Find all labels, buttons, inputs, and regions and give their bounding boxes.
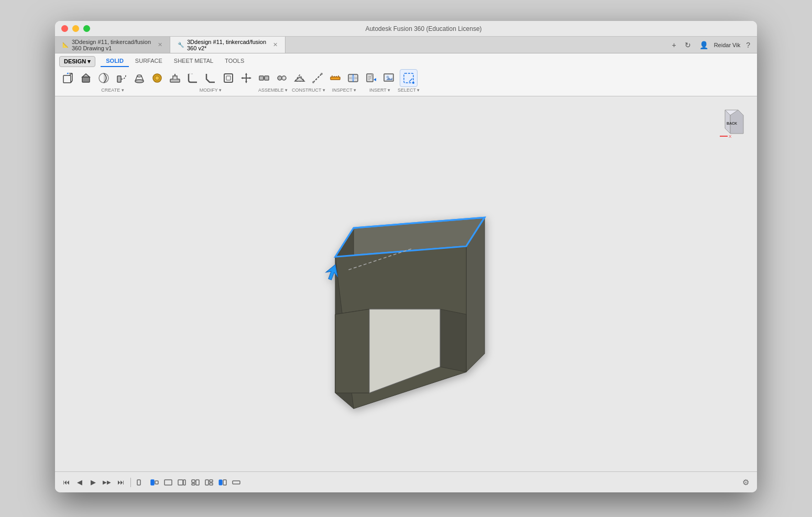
- anim-frame5[interactable]: [190, 477, 201, 488]
- svg-rect-83: [210, 480, 213, 482]
- svg-rect-37: [331, 77, 340, 80]
- tabbar-actions: + ↻ 👤 Reidar Vik ?: [669, 37, 757, 53]
- anim-frame4[interactable]: [176, 477, 188, 488]
- svg-marker-26: [249, 77, 251, 79]
- press-pull-wrapper: [166, 69, 184, 87]
- insert-derive-button[interactable]: [362, 69, 380, 87]
- refresh-button[interactable]: ↻: [682, 40, 694, 50]
- svg-point-36: [321, 73, 323, 75]
- tab-design[interactable]: 🔧 3Ddesign #11, tinkercad/fusion 360 v2*…: [170, 37, 286, 53]
- tab-tools[interactable]: TOOLS: [220, 56, 249, 67]
- nav-cube-svg: BACK X: [715, 105, 749, 139]
- main-window: Autodesk Fusion 360 (Education License) …: [55, 21, 757, 492]
- close-button[interactable]: [61, 25, 68, 32]
- inspect-tools: [326, 69, 362, 87]
- anim-frame8[interactable]: [231, 477, 242, 488]
- svg-rect-7: [82, 77, 90, 82]
- tab-drawing-icon: 📐: [62, 42, 69, 48]
- username-label: Reidar Vik: [714, 42, 741, 48]
- move-button[interactable]: [237, 69, 255, 87]
- minimize-button[interactable]: [72, 25, 79, 32]
- construct-tools: [291, 69, 326, 87]
- sweep-button[interactable]: [113, 69, 130, 87]
- svg-rect-73: [137, 480, 140, 485]
- tab-drawing-close[interactable]: ✕: [158, 41, 162, 48]
- prev-frame-button[interactable]: ◀: [74, 477, 85, 488]
- main-viewport[interactable]: BACK X: [55, 96, 757, 471]
- anim-frame3[interactable]: [162, 477, 174, 488]
- 3d-viewport[interactable]: BACK X: [55, 96, 757, 471]
- insert-derive-wrapper: [362, 69, 380, 87]
- chamfer-button[interactable]: [202, 69, 220, 87]
- svg-marker-63: [335, 309, 369, 393]
- fillet-button[interactable]: [184, 69, 202, 87]
- svg-rect-84: [210, 483, 213, 485]
- rib-button[interactable]: [148, 69, 166, 87]
- construct-label: CONSTRUCT ▾: [292, 87, 325, 93]
- revolve-button[interactable]: [95, 69, 113, 87]
- insert-group: INSERT ▾: [362, 69, 398, 93]
- bottom-bar: ⏮ ◀ ▶ ▶▶ ⏭ ⚙: [55, 471, 757, 492]
- loft-wrapper: [130, 69, 148, 87]
- anim-frame1[interactable]: [135, 477, 147, 488]
- skip-forward-button[interactable]: ⏭: [115, 477, 126, 488]
- insert-tools: [362, 69, 398, 87]
- anim-frame7[interactable]: [217, 477, 228, 488]
- svg-rect-0: [63, 75, 71, 83]
- settings-button[interactable]: ⚙: [739, 476, 752, 489]
- tab-solid[interactable]: SOLID: [101, 56, 129, 67]
- modify-tools: [166, 69, 255, 87]
- press-pull-button[interactable]: [166, 69, 184, 87]
- axis-button[interactable]: [309, 69, 326, 87]
- design-dropdown[interactable]: DESIGN ▾: [59, 56, 95, 67]
- section-wrapper: [344, 69, 362, 87]
- plane-button[interactable]: [291, 69, 309, 87]
- svg-point-35: [312, 81, 314, 83]
- skip-back-button[interactable]: ⏮: [60, 477, 72, 488]
- insert-canvas-button[interactable]: [380, 69, 398, 87]
- move-wrapper: [237, 69, 255, 87]
- window-controls: [61, 25, 90, 32]
- add-tab-button[interactable]: +: [669, 40, 678, 50]
- window-title: Autodesk Fusion 360 (Education License): [96, 25, 751, 32]
- plane-wrapper: [291, 69, 309, 87]
- select-tools: [400, 69, 418, 87]
- nav-back-label: BACK: [727, 122, 737, 125]
- toolbar-area: DESIGN ▾ SOLID SURFACE SHEET METAL TOOLS: [55, 53, 757, 96]
- tab-sheet-metal[interactable]: SHEET METAL: [169, 56, 218, 67]
- tab-design-icon: 🔧: [178, 42, 184, 48]
- next-frame-button[interactable]: ▶▶: [101, 477, 113, 488]
- assemble-group: ASSEMBLE ▾: [255, 69, 291, 93]
- as-built-button[interactable]: [273, 69, 291, 87]
- 3d-model-svg: [306, 168, 506, 424]
- tab-drawing[interactable]: 📐 3Ddesign #11, tinkercad/fusion 360 Dra…: [55, 37, 170, 53]
- tab-surface[interactable]: SURFACE: [130, 56, 168, 67]
- anim-frame2[interactable]: [149, 477, 160, 488]
- section-button[interactable]: [344, 69, 362, 87]
- new-component-button[interactable]: [59, 69, 77, 87]
- svg-marker-61: [440, 309, 466, 372]
- joint-button[interactable]: [255, 69, 273, 87]
- svg-point-55: [412, 82, 414, 84]
- play-button[interactable]: ▶: [87, 477, 99, 488]
- svg-rect-74: [151, 480, 154, 485]
- toolbar-tabs: DESIGN ▾ SOLID SURFACE SHEET METAL TOOLS: [55, 53, 757, 67]
- select-button[interactable]: [400, 69, 418, 87]
- shell-wrapper: [220, 69, 237, 87]
- svg-point-12: [137, 75, 141, 77]
- nav-cube[interactable]: BACK X: [715, 105, 749, 139]
- extrude-button[interactable]: [77, 69, 95, 87]
- maximize-button[interactable]: [83, 25, 90, 32]
- shell-button[interactable]: [220, 69, 237, 87]
- fillet-wrapper: [184, 69, 202, 87]
- user-icon-button[interactable]: 👤: [697, 40, 711, 50]
- svg-rect-81: [196, 480, 199, 485]
- svg-rect-43: [352, 76, 355, 80]
- help-button[interactable]: ?: [743, 40, 753, 50]
- create-group: CREATE ▾: [59, 69, 166, 93]
- tab-design-close[interactable]: ✕: [273, 41, 278, 48]
- measure-button[interactable]: [326, 69, 344, 87]
- anim-frame6[interactable]: [203, 477, 215, 488]
- loft-button[interactable]: [130, 69, 148, 87]
- modify-label: MODIFY ▾: [200, 87, 222, 93]
